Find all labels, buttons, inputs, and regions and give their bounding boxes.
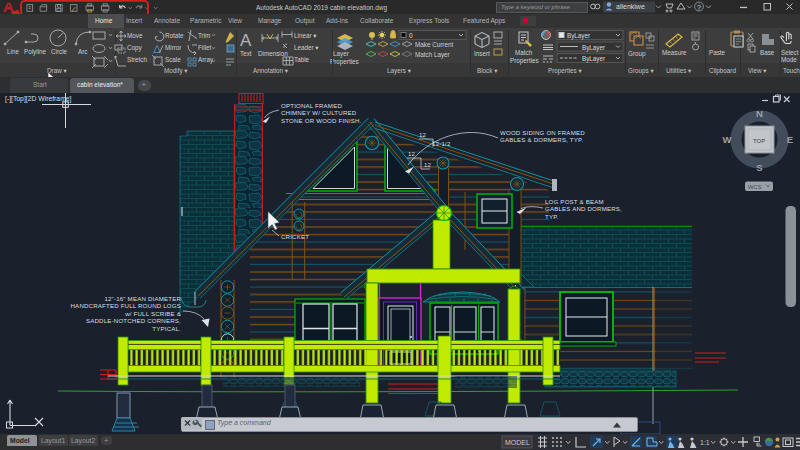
svg-text:WOOD SIDING ON FRAMED: WOOD SIDING ON FRAMED — [500, 129, 585, 136]
svg-text:12: 12 — [419, 131, 427, 138]
svg-text:HANDCRAFTED FULL ROUND LOGS: HANDCRAFTED FULL ROUND LOGS — [71, 302, 181, 309]
svg-text:12: 12 — [408, 150, 416, 157]
svg-text:E: E — [787, 134, 793, 145]
svg-text:12: 12 — [424, 161, 432, 168]
svg-text:1:1: 1:1 — [700, 439, 710, 446]
svg-text:TOP: TOP — [753, 138, 765, 144]
svg-text:GABLES AND DORMERS,: GABLES AND DORMERS, — [545, 205, 622, 212]
svg-text:TYPICAL.: TYPICAL. — [152, 325, 181, 332]
svg-text:CRICKET: CRICKET — [281, 233, 309, 240]
svg-text:CHIMNEY W/ CULTURED: CHIMNEY W/ CULTURED — [281, 109, 357, 116]
svg-text:GABLES & DORMERS, TYP.: GABLES & DORMERS, TYP. — [500, 136, 584, 143]
svg-text:Make Current: Make Current — [415, 41, 453, 48]
svg-text:MODEL: MODEL — [505, 439, 530, 446]
svg-text:ByLayer: ByLayer — [567, 32, 590, 40]
svg-text:SADDLE-NOTCHED CORNERS,: SADDLE-NOTCHED CORNERS, — [86, 317, 181, 324]
svg-text:S: S — [756, 162, 762, 173]
svg-text:STONE OR WOOD FINISH.: STONE OR WOOD FINISH. — [281, 117, 362, 124]
svg-text:W: W — [723, 134, 732, 145]
svg-text:Match Layer: Match Layer — [415, 51, 450, 59]
svg-text:0: 0 — [409, 32, 413, 39]
svg-text:13-1/2: 13-1/2 — [432, 140, 451, 147]
svg-text:WCS: WCS — [748, 184, 762, 190]
svg-text:TYP.: TYP. — [545, 213, 559, 220]
svg-text:ByLayer: ByLayer — [582, 44, 605, 52]
svg-text:A: A — [240, 31, 252, 50]
svg-text:allenkiwe: allenkiwe — [616, 3, 645, 10]
svg-text:ByLayer: ByLayer — [582, 55, 605, 63]
svg-text:OPTIONAL FRAMED: OPTIONAL FRAMED — [281, 102, 342, 109]
svg-text:N: N — [756, 108, 763, 119]
svg-text:LOG POST & BEAM: LOG POST & BEAM — [545, 198, 604, 205]
svg-text:?: ? — [697, 4, 701, 11]
svg-text:12"-16" MEAN DIAMETER: 12"-16" MEAN DIAMETER — [104, 295, 181, 302]
svg-text:[-][Top][2D Wireframe]: [-][Top][2D Wireframe] — [5, 95, 72, 103]
svg-text:w/ FULL SCRIBE &: w/ FULL SCRIBE & — [124, 310, 181, 317]
